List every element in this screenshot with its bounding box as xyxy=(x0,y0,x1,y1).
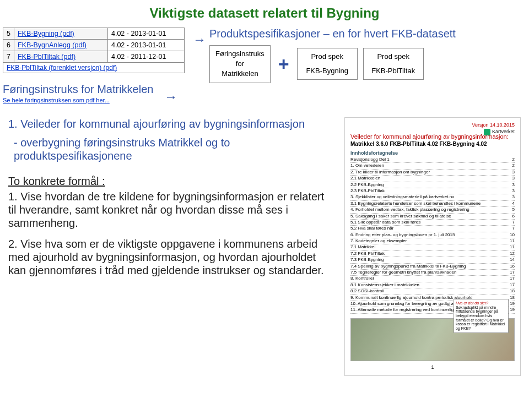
spec-box-fkb-bygning: Prod spek FKB-Bygning xyxy=(297,48,358,80)
main-content: 1. Veileder for kommunal ajourføring av … xyxy=(8,117,521,376)
callout-question: Hva er det du sier? xyxy=(456,301,506,306)
body-text: 1. Veileder for kommunal ajourføring av … xyxy=(8,117,333,376)
doc-image: Hva er det du sier? Søknadsplikt på mind… xyxy=(350,318,515,361)
row-num: 7 xyxy=(3,51,14,63)
toc-row: 8.1 Konsistenssjekker i matrikkelen17 xyxy=(350,282,515,288)
callout-body: Søknadsplikt på mindre frittstående bygn… xyxy=(456,306,506,331)
dataset-version: 4.02 - 2013-01-01 xyxy=(107,40,184,51)
toc-row: 2.2 FKB-Bygning3 xyxy=(350,182,515,188)
box-line: Matrikkelen xyxy=(215,69,264,79)
row-num: 6 xyxy=(3,40,14,51)
toc-row: 5.2 Hva skal føres når7 xyxy=(350,226,515,232)
toc-list: Revisjonslogg Del 121. Om veilederen22. … xyxy=(350,157,515,314)
toc-row: 7.4 Speiling av bygningspunkt fra Matrik… xyxy=(350,264,515,270)
spec-box-row: Føringsinstruks for Matrikkelen + Prod s… xyxy=(209,45,456,83)
purpose-para-2: 2. Vise hva som er de viktigste oppgaven… xyxy=(8,237,333,277)
row-num: 5 xyxy=(3,28,14,40)
spec-heading: Produktspesifikasjoner – en for hvert FK… xyxy=(209,28,456,40)
guide-heading: 1. Veileder for kommunal ajourføring av … xyxy=(8,117,333,130)
table-row: 7 FKB-PblTiltak (pdf) 4.02 - 2011-12-01 xyxy=(3,51,185,63)
toc-row: 4. Forholdet mellom vedtak, faktisk plas… xyxy=(350,207,515,213)
spec-box-fkb-pbltiltak: Prod spek FKB-PblTiltak xyxy=(363,48,424,80)
plus-icon: + xyxy=(276,53,292,75)
doc-subtitle: Matrikkel 3.6.0 FKB-PblTiltak 4.02 FKB-B… xyxy=(350,141,515,147)
top-area: 5 FKB-Bygning (pdf) 4.02 - 2013-01-01 6 … xyxy=(0,28,529,103)
document-thumbnail: Versjon 14.10.2015 Kartverket Veileder f… xyxy=(344,117,521,376)
toc-row: 3. Sjekklister og veiledningsmateriell p… xyxy=(350,194,515,200)
dataset-version: 4.02 - 2011-12-01 xyxy=(107,51,184,63)
table-row: 5 FKB-Bygning (pdf) 4.02 - 2013-01-01 xyxy=(3,28,185,40)
dataset-version: 4.02 - 2013-01-01 xyxy=(107,28,184,40)
dataset-link[interactable]: FKB-Bygning (pdf) xyxy=(18,30,74,37)
toc-row: 7.2 FKB-PblTiltak12 xyxy=(350,251,515,257)
toc-row: 8.2 SOSI-kontroll18 xyxy=(350,288,515,294)
toc-row: 6. Endring etter plan- og bygningsloven … xyxy=(350,232,515,238)
toc-row: 3.1 Bygningsrelaterte hendelser som skal… xyxy=(350,201,515,207)
toc-heading: Innholdsfortegnelse xyxy=(350,150,515,156)
spec-area: Produktspesifikasjoner – en for hvert FK… xyxy=(209,28,456,83)
guide-subtext: - overbygning føringsinstruks Matrikkel … xyxy=(14,136,333,162)
purpose-para-1: 1. Vise hvordan de tre kildene for bygni… xyxy=(8,190,333,230)
dataset-link[interactable]: FKB-BygnAnlegg (pdf) xyxy=(18,41,87,49)
purpose-heading: To konkrete formål : xyxy=(8,174,333,188)
toc-row: 8. Kontroller17 xyxy=(350,276,515,282)
toc-row: 2. Tre kilder til informasjon om bygning… xyxy=(350,170,515,176)
arrow-icon: → xyxy=(193,32,206,47)
doc-callout: Hva er det du sier? Søknadsplikt på mind… xyxy=(454,299,509,333)
toc-row: 7. Kodetegnler og eksempler11 xyxy=(350,238,515,244)
dataset-table: 5 FKB-Bygning (pdf) 4.02 - 2013-01-01 6 … xyxy=(3,28,185,73)
toc-row: Revisjonslogg Del 12 xyxy=(350,157,515,163)
dataset-link[interactable]: FKB-PblTiltak (forenklet versjon) (pdf) xyxy=(7,64,117,72)
toc-row: 5.1 Slik oppstår data som skal føres7 xyxy=(350,220,515,226)
box-line: Prod spek xyxy=(369,52,418,62)
toc-row: 7.5 Tegneregler for geometri knyttet fra… xyxy=(350,270,515,276)
toc-row: 1. Om veilederen2 xyxy=(350,163,515,169)
arrow-icon: → xyxy=(164,89,177,105)
toc-row: 2.3 FKB-PblTiltak3 xyxy=(350,188,515,194)
doc-version: Versjon 14.10.2015 xyxy=(350,122,515,128)
foringsinstruks-label: Føringsinstruks for Matrikkelen xyxy=(3,83,185,96)
kartverket-logo: Kartverket xyxy=(484,129,515,135)
box-line: FKB-Bygning xyxy=(303,66,352,76)
left-column: 5 FKB-Bygning (pdf) 4.02 - 2013-01-01 6 … xyxy=(0,28,185,103)
box-line: Føringsinstruks xyxy=(215,49,264,59)
toc-row: 5. Saksgang i saker som krever søknad og… xyxy=(350,214,515,220)
box-line: for xyxy=(215,59,264,69)
table-row: 6 FKB-BygnAnlegg (pdf) 4.02 - 2013-01-01 xyxy=(3,40,185,51)
doc-page-number: 1 xyxy=(350,364,515,370)
box-line: Prod spek xyxy=(303,52,352,62)
dataset-link[interactable]: FKB-PblTiltak (pdf) xyxy=(18,53,75,61)
box-line: FKB-PblTiltak xyxy=(369,66,418,76)
toc-row: 7.1 Matrikkel11 xyxy=(350,244,515,250)
full-instructions-link[interactable]: Se hele føringsinstruksen som pdf her... xyxy=(3,97,185,103)
toc-row: 2.1 Matrikkelen3 xyxy=(350,176,515,182)
toc-row: 7.3 FKB-Bygning14 xyxy=(350,257,515,263)
page-title: Viktigste datasett relatert til Bygning xyxy=(99,6,430,21)
spec-box-matrikkelen: Føringsinstruks for Matrikkelen xyxy=(209,45,271,83)
